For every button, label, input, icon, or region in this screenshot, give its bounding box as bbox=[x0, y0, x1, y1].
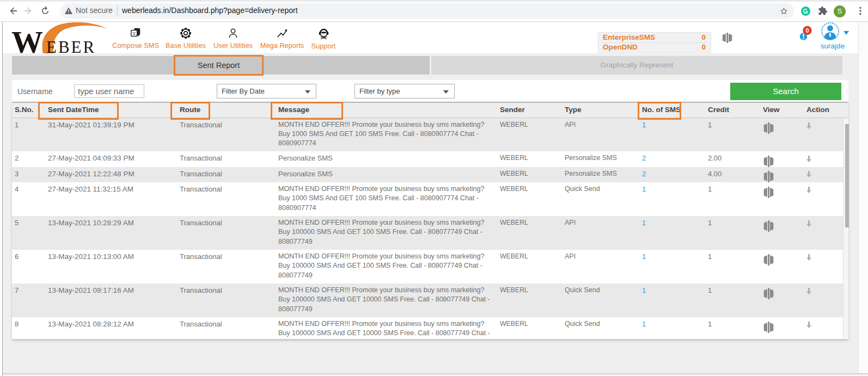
svg-text:0: 0 bbox=[805, 27, 809, 34]
svg-text:W: W bbox=[11, 24, 43, 53]
svg-text:EBER: EBER bbox=[46, 38, 96, 53]
